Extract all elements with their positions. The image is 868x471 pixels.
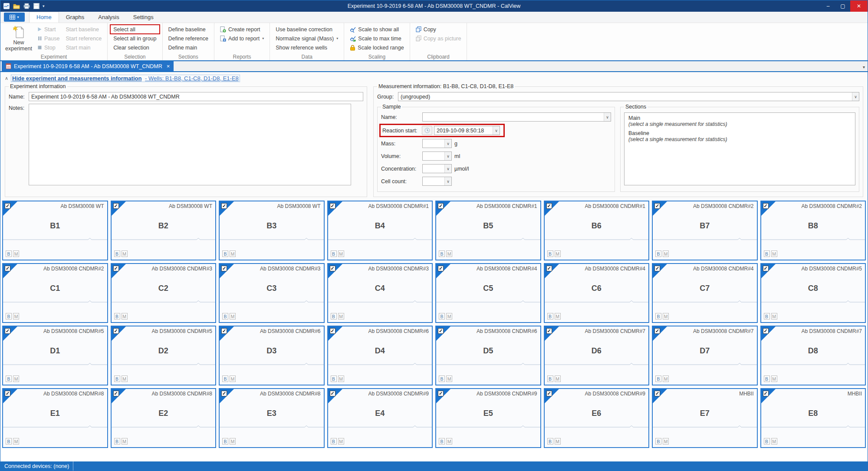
well-checkbox[interactable]: ✓ [113,203,119,209]
normalize-signal-button[interactable]: Normalize signal (Mass) ▾ [273,34,341,43]
well-cell[interactable]: ✓ Ab DSM30008 CNDMR#2 B7 B M [652,201,758,260]
well-checkbox[interactable]: ✓ [654,328,660,334]
well-checkbox[interactable]: ✓ [438,328,444,334]
tab-graphs[interactable]: Graphs [59,12,92,23]
well-checkbox[interactable]: ✓ [330,266,335,271]
reaction-start-combobox[interactable]: 2019-10-09 8:50:18 ∨ [434,126,500,135]
well-cell[interactable]: ✓ Ab DSM30008 CNDMR#4 C7 B M [652,263,758,323]
well-checkbox[interactable]: ✓ [330,391,335,396]
well-cell[interactable]: ✓ MHBII E8 B M [760,388,866,448]
save-button[interactable] [33,2,40,10]
well-checkbox[interactable]: ✓ [654,203,660,209]
group-combobox[interactable]: (ungrouped) ∨ [398,92,859,101]
volume-arrow-icon[interactable]: ∨ [444,152,451,160]
well-checkbox[interactable]: ✓ [221,203,227,209]
well-checkbox[interactable]: ✓ [546,266,552,271]
well-cell[interactable]: ✓ Ab DSM30008 WT B3 B M [219,201,325,260]
well-checkbox[interactable]: ✓ [5,328,10,334]
well-cell[interactable]: ✓ Ab DSM30008 CNDMR#3 C3 B M [219,263,325,323]
start-baseline-button[interactable]: Start baseline [62,25,105,34]
well-checkbox[interactable]: ✓ [330,328,335,334]
well-cell[interactable]: ✓ Ab DSM30008 CNDMR#4 C6 B M [544,263,650,323]
well-cell[interactable]: ✓ Ab DSM30008 CNDMR#5 C8 B M [760,263,866,323]
document-tab[interactable]: Experiment 10-9-2019 6-58 AM - Ab DSM300… [2,61,174,71]
mass-combobox[interactable]: ∨ [422,139,452,148]
well-cell[interactable]: ✓ Ab DSM30008 CNDMR#8 E3 B M [219,388,325,448]
well-cell[interactable]: ✓ Ab DSM30008 CNDMR#8 E2 B M [111,388,217,448]
well-checkbox[interactable]: ✓ [113,391,119,396]
show-reference-wells-button[interactable]: Show reference wells [273,43,341,52]
list-item[interactable]: Main (select a single measurement for st… [628,115,851,127]
define-reference-button[interactable]: Define reference [165,34,211,43]
well-checkbox[interactable]: ✓ [546,328,552,334]
well-checkbox[interactable]: ✓ [763,203,769,209]
volume-combobox[interactable]: ∨ [422,152,452,161]
well-cell[interactable]: ✓ Ab DSM30008 CNDMR#9 E4 B M [327,388,433,448]
scale-locked-range-button[interactable]: Scale locked range [347,43,407,52]
maximize-button[interactable]: ▢ [835,0,850,12]
well-cell[interactable]: ✓ Ab DSM30008 CNDMR#4 C5 B M [435,263,541,323]
well-cell[interactable]: ✓ Ab DSM30008 CNDMR#7 D7 B M [652,326,758,385]
well-checkbox[interactable]: ✓ [113,266,119,271]
well-checkbox[interactable]: ✓ [5,391,10,396]
concentration-combobox[interactable]: ∨ [422,164,452,173]
copy-button[interactable]: Copy [413,25,464,34]
open-button[interactable] [13,2,20,10]
well-checkbox[interactable]: ✓ [5,266,10,271]
sections-list[interactable]: Main (select a single measurement for st… [624,112,855,185]
tab-home[interactable]: Home [29,12,59,23]
well-cell[interactable]: ✓ Ab DSM30008 CNDMR#5 D2 B M [111,326,217,385]
well-checkbox[interactable]: ✓ [5,203,10,209]
group-combobox-arrow-icon[interactable]: ∨ [852,92,859,101]
well-cell[interactable]: ✓ Ab DSM30008 CNDMR#9 E6 B M [544,388,650,448]
sample-name-arrow-icon[interactable]: ∨ [604,113,611,121]
tab-list-dropdown-icon[interactable]: ▾ [863,65,865,69]
stop-button[interactable]: Stop [34,43,62,52]
well-checkbox[interactable]: ✓ [763,328,769,334]
well-cell[interactable]: ✓ Ab DSM30008 CNDMR#1 B6 B M [544,201,650,260]
sample-name-combobox[interactable]: ∨ [422,112,611,122]
well-cell[interactable]: ✓ MHBII E7 B M [652,388,758,448]
well-cell[interactable]: ✓ Ab DSM30008 CNDMR#3 C2 B M [111,263,217,323]
well-checkbox[interactable]: ✓ [438,266,444,271]
well-cell[interactable]: ✓ Ab DSM30008 CNDMR#3 C4 B M [327,263,433,323]
copy-as-picture-button[interactable]: Copy as picture [413,34,464,43]
create-report-button[interactable]: Create report [217,25,267,34]
experiment-name-input[interactable] [29,92,363,101]
well-checkbox[interactable]: ✓ [763,266,769,271]
well-checkbox[interactable]: ✓ [221,266,227,271]
mass-arrow-icon[interactable]: ∨ [444,139,451,148]
application-menu-button[interactable]: ▾ [4,13,25,22]
well-cell[interactable]: ✓ Ab DSM30008 CNDMR#6 D5 B M [435,326,541,385]
well-checkbox[interactable]: ✓ [763,391,769,396]
notes-input[interactable] [29,104,351,185]
collapse-chevron-icon[interactable]: ∧ [5,76,8,81]
well-checkbox[interactable]: ✓ [221,391,227,396]
reaction-start-now-button[interactable] [422,126,432,135]
reaction-start-arrow-icon[interactable]: ∨ [493,126,500,135]
clear-selection-button[interactable]: Clear selection [110,43,159,52]
well-checkbox[interactable]: ✓ [654,266,660,271]
hide-info-link[interactable]: Hide experiment and measurements informa… [11,75,240,82]
tab-analysis[interactable]: Analysis [91,12,126,23]
well-checkbox[interactable]: ✓ [654,391,660,396]
scale-to-max-time-button[interactable]: Scale to max time [347,34,407,43]
well-checkbox[interactable]: ✓ [113,328,119,334]
well-checkbox[interactable]: ✓ [330,203,335,209]
document-tab-close-icon[interactable]: × [167,63,170,69]
well-cell[interactable]: ✓ Ab DSM30008 WT B1 B M [2,201,108,260]
scale-to-show-all-button[interactable]: Scale to show all [347,25,407,34]
well-cell[interactable]: ✓ Ab DSM30008 CNDMR#2 C1 B M [2,263,108,323]
well-cell[interactable]: ✓ Ab DSM30008 CNDMR#7 D6 B M [544,326,650,385]
well-cell[interactable]: ✓ Ab DSM30008 CNDMR#1 B5 B M [435,201,541,260]
well-checkbox[interactable]: ✓ [221,328,227,334]
well-cell[interactable]: ✓ Ab DSM30008 CNDMR#5 D1 B M [2,326,108,385]
well-cell[interactable]: ✓ Ab DSM30008 CNDMR#6 D4 B M [327,326,433,385]
concentration-arrow-icon[interactable]: ∨ [444,165,451,173]
well-cell[interactable]: ✓ Ab DSM30008 CNDMR#9 E5 B M [435,388,541,448]
well-cell[interactable]: ✓ Ab DSM30008 CNDMR#1 B4 B M [327,201,433,260]
well-cell[interactable]: ✓ Ab DSM30008 CNDMR#6 D3 B M [219,326,325,385]
define-main-button[interactable]: Define main [165,43,211,52]
pause-button[interactable]: Pause [34,34,62,43]
cell-count-arrow-icon[interactable]: ∨ [444,177,451,185]
